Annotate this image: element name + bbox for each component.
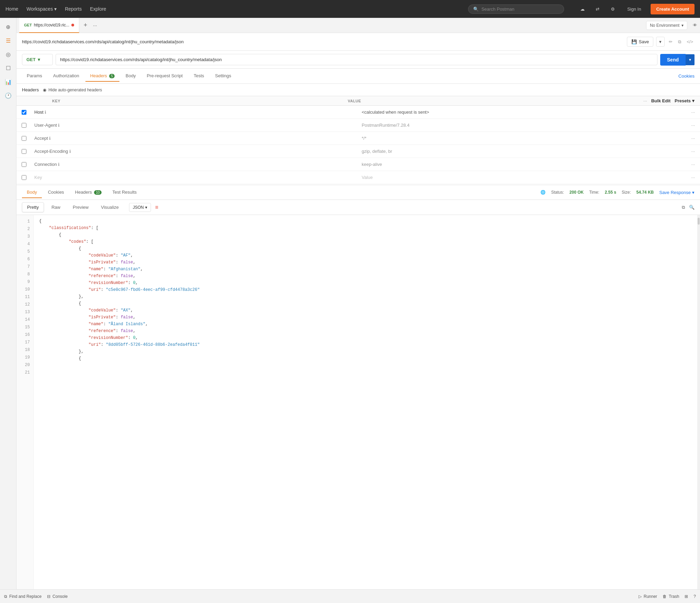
sync-icon[interactable]: ⇄ bbox=[593, 4, 603, 14]
trash-button[interactable]: 🗑 Trash bbox=[663, 594, 679, 599]
code-icon[interactable]: </> bbox=[685, 38, 695, 46]
checkbox-new[interactable] bbox=[16, 175, 32, 180]
filter-icon[interactable]: ≡ bbox=[155, 204, 158, 211]
sidebar-icon-history[interactable]: 🕐 bbox=[2, 89, 14, 102]
checkbox-connection[interactable] bbox=[16, 162, 32, 167]
header-more-user-agent[interactable]: ··· bbox=[686, 123, 700, 128]
presets-button[interactable]: Presets ▾ bbox=[675, 98, 695, 103]
format-pretty[interactable]: Pretty bbox=[22, 202, 44, 212]
code-line: "uri": "c5e0c967-fbd6-4eec-af99-cfd4478a… bbox=[39, 286, 692, 293]
runner-button[interactable]: ▷ Runner bbox=[639, 594, 657, 599]
code-line: "name": "Åland Islands", bbox=[39, 321, 692, 328]
checkbox-user-agent[interactable] bbox=[16, 123, 32, 128]
find-replace-button[interactable]: ⧉ Find and Replace bbox=[4, 594, 42, 599]
scrollbar-thumb[interactable] bbox=[698, 218, 700, 225]
tab-settings[interactable]: Settings bbox=[210, 70, 236, 82]
header-key-connection: Connection ℹ bbox=[32, 162, 359, 167]
header-more-host[interactable]: ··· bbox=[686, 110, 700, 115]
checkbox-host-input[interactable] bbox=[22, 110, 26, 115]
chevron-down-icon: ▾ bbox=[38, 57, 40, 62]
format-raw[interactable]: Raw bbox=[47, 203, 65, 212]
sidebar-icon-mock[interactable]: ☐ bbox=[2, 62, 14, 74]
sidebar-icon-collections[interactable]: ☰ bbox=[2, 34, 14, 47]
checkbox-accept-input[interactable] bbox=[22, 136, 26, 141]
main-layout: ⊕ ☰ ◎ ☐ 📊 🕐 GET https://covid19.ric... +… bbox=[0, 18, 700, 589]
size-label: Size: bbox=[622, 190, 631, 195]
search-icon[interactable]: 🔍 bbox=[689, 205, 695, 210]
sidebar-icon-environments[interactable]: ◎ bbox=[2, 48, 14, 60]
tab-pre-request[interactable]: Pre-request Script bbox=[142, 70, 188, 82]
environment-eye-icon[interactable]: 👁 bbox=[693, 23, 697, 28]
layout-button[interactable]: ⊞ bbox=[685, 594, 688, 599]
sidebar-icon-monitor[interactable]: 📊 bbox=[2, 76, 14, 88]
cookies-link[interactable]: Cookies bbox=[678, 73, 695, 79]
resp-tab-test-results[interactable]: Test Results bbox=[108, 187, 142, 198]
checkbox-accept[interactable] bbox=[16, 136, 32, 141]
header-more-new[interactable]: ··· bbox=[686, 175, 700, 180]
url-input[interactable] bbox=[56, 54, 657, 65]
header-more-accept-encoding[interactable]: ··· bbox=[686, 149, 700, 154]
resp-headers-badge: 10 bbox=[94, 190, 101, 195]
save-response-button[interactable]: Save Response ▾ bbox=[659, 190, 695, 195]
scrollbar[interactable] bbox=[697, 215, 700, 589]
tab-unsaved-dot bbox=[71, 24, 74, 26]
tab-headers[interactable]: Headers 5 bbox=[85, 70, 119, 82]
tab-body[interactable]: Body bbox=[121, 70, 141, 82]
method-dropdown[interactable]: GET ▾ bbox=[22, 54, 53, 65]
nav-home[interactable]: Home bbox=[5, 6, 18, 12]
size-value: 54.74 KB bbox=[637, 190, 654, 195]
header-key-new[interactable]: Key bbox=[32, 175, 359, 180]
create-account-button[interactable]: Create Account bbox=[651, 4, 695, 14]
format-preview[interactable]: Preview bbox=[68, 203, 93, 212]
runner-label: Runner bbox=[644, 594, 657, 599]
resp-tab-headers[interactable]: Headers 10 bbox=[70, 187, 106, 198]
auto-gen-toggle[interactable]: ◉ Hide auto-generated headers bbox=[43, 88, 102, 92]
tab-more-button[interactable]: ··· bbox=[90, 23, 100, 28]
settings-icon[interactable]: ⚙ bbox=[608, 4, 618, 14]
header-more-accept[interactable]: ··· bbox=[686, 136, 700, 141]
more-options-icon[interactable]: ··· bbox=[643, 98, 647, 103]
help-button[interactable]: ? bbox=[693, 594, 696, 599]
cloud-icon[interactable]: ☁ bbox=[578, 4, 587, 14]
new-tab-button[interactable]: + bbox=[81, 21, 90, 30]
resp-tab-cookies[interactable]: Cookies bbox=[43, 187, 69, 198]
checkbox-connection-input[interactable] bbox=[22, 162, 26, 167]
save-dropdown-arrow[interactable]: ▾ bbox=[656, 37, 665, 47]
search-input[interactable] bbox=[481, 7, 559, 12]
checkbox-host[interactable] bbox=[16, 110, 32, 115]
resp-tab-body[interactable]: Body bbox=[22, 187, 42, 198]
environment-dropdown[interactable]: No Environment ▾ bbox=[646, 21, 687, 30]
top-navigation: Home Workspaces ▾ Reports Explore 🔍 ☁ ⇄ … bbox=[0, 0, 700, 18]
sign-in-button[interactable]: Sign In bbox=[623, 4, 645, 14]
nav-explore[interactable]: Explore bbox=[90, 6, 106, 12]
checkbox-accept-encoding-input[interactable] bbox=[22, 149, 26, 154]
nav-workspaces[interactable]: Workspaces ▾ bbox=[26, 6, 57, 12]
send-main-button[interactable]: Send bbox=[660, 54, 686, 66]
tab-params[interactable]: Params bbox=[22, 70, 47, 82]
copy-icon[interactable]: ⧉ bbox=[682, 205, 685, 210]
checkbox-new-input[interactable] bbox=[22, 175, 26, 180]
layout-icon: ⊞ bbox=[685, 594, 688, 599]
header-key-accept-encoding: Accept-Encoding ℹ bbox=[32, 149, 359, 154]
edit-icon[interactable]: ✏ bbox=[667, 38, 674, 46]
checkbox-accept-encoding[interactable] bbox=[16, 149, 32, 154]
header-more-connection[interactable]: ··· bbox=[686, 162, 700, 167]
save-button[interactable]: 💾 Save bbox=[627, 37, 654, 47]
bulk-edit-button[interactable]: Bulk Edit bbox=[651, 98, 670, 103]
search-bar[interactable]: 🔍 bbox=[468, 4, 564, 14]
code-content[interactable]: { "classifications": [ { "codes": [ { "c… bbox=[34, 215, 697, 589]
header-value-new[interactable]: Value bbox=[359, 175, 686, 180]
copy-icon[interactable]: ⧉ bbox=[677, 38, 682, 46]
status-label: Status: bbox=[551, 190, 564, 195]
checkbox-user-agent-input[interactable] bbox=[22, 123, 26, 128]
format-visualize[interactable]: Visualize bbox=[96, 203, 124, 212]
tab-authorization[interactable]: Authorization bbox=[48, 70, 84, 82]
active-tab[interactable]: GET https://covid19.ric... bbox=[19, 18, 79, 33]
language-selector[interactable]: JSON ▾ bbox=[129, 203, 151, 212]
send-dropdown-button[interactable]: ▾ bbox=[686, 54, 695, 65]
header-key-user-agent: User-Agent ℹ bbox=[32, 123, 359, 128]
tab-tests[interactable]: Tests bbox=[189, 70, 209, 82]
nav-reports[interactable]: Reports bbox=[65, 6, 82, 12]
sidebar-icon-new[interactable]: ⊕ bbox=[2, 21, 14, 33]
console-button[interactable]: ⊟ Console bbox=[47, 594, 68, 599]
